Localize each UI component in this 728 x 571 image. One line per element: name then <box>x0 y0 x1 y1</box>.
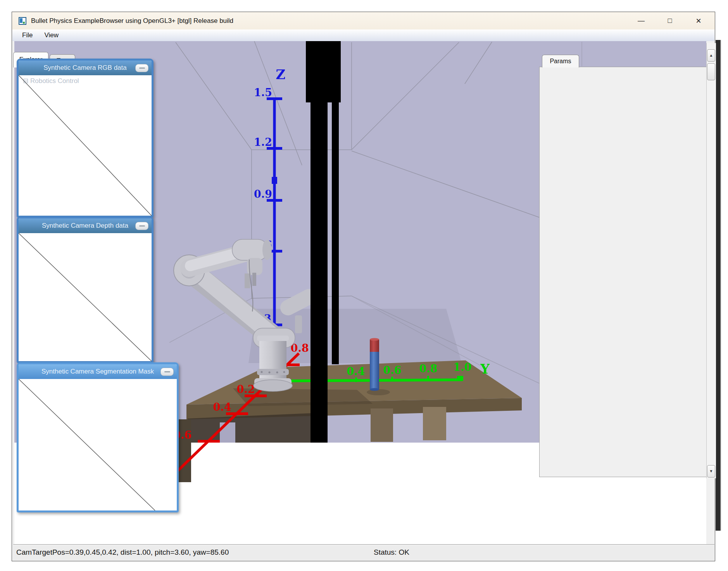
panel-camera-segmentation-content <box>19 379 177 510</box>
window-edge-shadow <box>716 40 721 531</box>
panel-camera-depth-content <box>19 233 152 361</box>
scroll-down-icon[interactable]: ▼ <box>707 465 715 478</box>
z-axis-label: Z <box>276 67 286 82</box>
z-tick-label: 1.5 <box>254 87 272 99</box>
panel-camera-rgb[interactable]: Synthetic Camera RGB data <box>17 59 154 218</box>
panel-camera-segmentation[interactable]: Synthetic Camera Segmentation Mask <box>17 362 179 512</box>
minimize-panel-icon[interactable] <box>135 64 148 72</box>
panel-camera-segmentation-title[interactable]: Synthetic Camera Segmentation Mask <box>19 364 177 379</box>
minimize-panel-icon[interactable] <box>160 368 174 376</box>
close-button[interactable]: ✕ <box>690 17 707 25</box>
window-title: Bullet Physics ExampleBrowser using Open… <box>31 17 233 25</box>
title-bar[interactable]: Bullet Physics ExampleBrowser using Open… <box>12 12 715 29</box>
panel-camera-rgb-content <box>19 75 152 216</box>
panel-camera-depth-title[interactable]: Synthetic Camera Depth data <box>19 218 152 233</box>
z-tick-label: 1.2 <box>254 136 272 148</box>
target-cylinder <box>370 338 379 391</box>
app-icon <box>19 17 26 25</box>
maximize-button[interactable]: □ <box>661 17 678 25</box>
y-tick-label: 0.8 <box>419 363 438 375</box>
panel-camera-depth[interactable]: Synthetic Camera Depth data <box>17 216 154 363</box>
app-window: Bullet Physics ExampleBrowser using Open… <box>12 12 715 561</box>
y-tick-label: 0.4 <box>347 365 365 377</box>
minimize-panel-icon[interactable] <box>135 222 148 230</box>
x-tick-label: 0.4 <box>213 401 231 413</box>
params-panel <box>539 67 706 477</box>
menu-file[interactable]: File <box>19 31 36 40</box>
z-tick-label: 0.9 <box>254 188 272 200</box>
y-axis-label: Y <box>480 362 490 377</box>
minimize-button[interactable]: — <box>633 17 650 25</box>
status-ok-text: Status: OK <box>374 548 409 557</box>
screenshot-page: Bullet Physics ExampleBrowser using Open… <box>0 0 728 571</box>
vertical-scrollbar[interactable]: ▲ ▼ <box>706 43 716 478</box>
x-tick-label: 0.2 <box>237 383 255 395</box>
y-tick-label: 0.6 <box>383 364 402 376</box>
scroll-up-icon[interactable]: ▲ <box>707 49 715 62</box>
camera-status-text: CamTargetPos=0.39,0.45,0.42, dist=1.00, … <box>16 548 229 557</box>
menu-view[interactable]: View <box>41 31 62 40</box>
tab-params[interactable]: Params <box>542 55 579 67</box>
menu-bar: File View <box>12 29 714 41</box>
status-bar: CamTargetPos=0.39,0.45,0.42, dist=1.00, … <box>13 544 714 560</box>
y-tick-label: 1.0 <box>454 361 472 373</box>
panel-camera-rgb-title[interactable]: Synthetic Camera RGB data <box>19 61 152 75</box>
scrollbar-thumb[interactable] <box>707 63 715 80</box>
